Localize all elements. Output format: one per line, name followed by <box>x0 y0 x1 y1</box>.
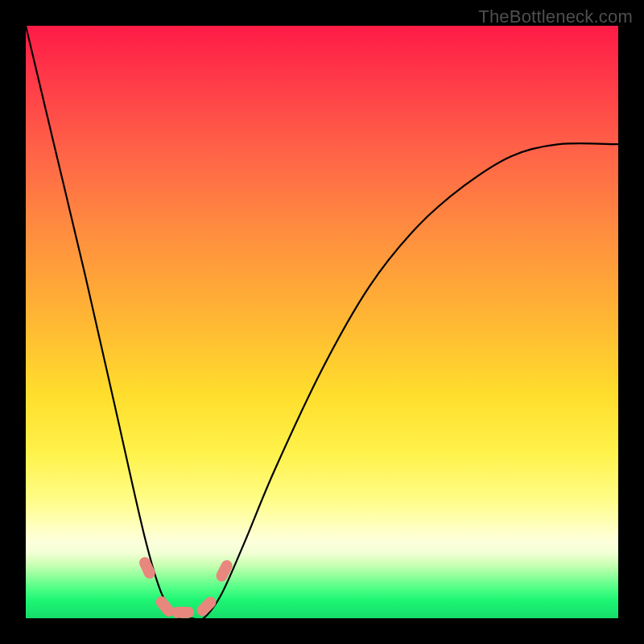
chart-frame: TheBottleneck.com <box>0 0 644 644</box>
curve-marker <box>171 607 194 618</box>
curve-marker <box>138 555 157 580</box>
bottleneck-curve <box>26 26 618 618</box>
curve-layer <box>26 26 618 618</box>
watermark-text: TheBottleneck.com <box>478 6 633 27</box>
curve-marker <box>214 558 234 583</box>
plot-area <box>26 26 618 618</box>
curve-markers <box>138 555 234 618</box>
